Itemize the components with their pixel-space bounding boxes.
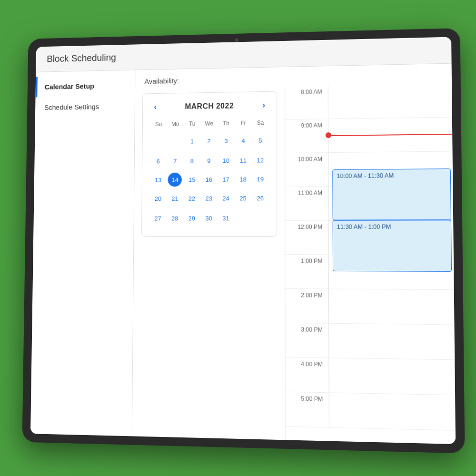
weekday-mo: Mo xyxy=(167,119,184,131)
calendar-day-4[interactable]: 4 xyxy=(236,133,250,148)
calendar-day-19[interactable]: 19 xyxy=(253,172,268,186)
calendar-day-11[interactable]: 11 xyxy=(236,153,250,168)
event-block-2[interactable]: 11:30 AM - 1:00 PM xyxy=(333,220,452,272)
calendar-day-13[interactable]: 13 xyxy=(151,173,165,187)
current-time-dot xyxy=(326,132,331,138)
time-row-9: 5:00 PM xyxy=(285,392,455,431)
calendar-day-28[interactable]: 28 xyxy=(168,211,182,226)
weekday-su: Su xyxy=(150,119,167,131)
time-row-8: 4:00 PM xyxy=(285,357,455,395)
sidebar-item-schedule-settings[interactable]: Schedule Settings xyxy=(35,96,135,118)
time-label-3: 11:00 AM xyxy=(285,187,328,220)
calendar-day-1[interactable]: 1 xyxy=(185,134,199,149)
time-label-2: 10:00 AM xyxy=(285,153,328,187)
calendar-day-12[interactable]: 12 xyxy=(253,153,268,167)
calendar-day-7[interactable]: 7 xyxy=(168,154,182,168)
time-content-9 xyxy=(329,393,456,430)
calendar-section: ‹ MARCH 2022 › Su Mo Tu xyxy=(132,86,285,440)
calendar-day-14[interactable]: 14 xyxy=(168,173,182,187)
sidebar-item-label: Calendar Setup xyxy=(45,82,94,90)
calendar-day-8[interactable]: 8 xyxy=(185,154,199,168)
schedule-wrapper[interactable]: 10:00 AM - 11:30 AM 11:30 AM - 1:00 PM 8… xyxy=(285,83,456,444)
main-content: Availability: ‹ MARCH 2022 › xyxy=(132,64,456,444)
time-label-4: 12:00 PM xyxy=(285,221,328,255)
time-row-0: 8:00 AM xyxy=(285,83,452,120)
calendar-day-16[interactable]: 16 xyxy=(202,172,216,187)
time-row-6: 2:00 PM xyxy=(285,289,454,325)
calendar-day-29[interactable]: 29 xyxy=(185,211,199,225)
calendar-widget: ‹ MARCH 2022 › Su Mo Tu xyxy=(141,91,277,237)
time-label-0: 8:00 AM xyxy=(285,86,328,119)
calendar-day-9[interactable]: 9 xyxy=(202,154,216,168)
time-row-7: 3:00 PM xyxy=(285,323,455,360)
prev-month-button[interactable]: ‹ xyxy=(150,101,161,113)
calendar-day-2[interactable]: 2 xyxy=(202,134,216,148)
calendar-day-24[interactable]: 24 xyxy=(219,191,233,205)
calendar-day-23[interactable]: 23 xyxy=(202,191,216,206)
time-content-0 xyxy=(328,83,452,119)
time-label-1: 9:00 AM xyxy=(285,119,328,153)
time-label-9: 5:00 PM xyxy=(285,392,329,427)
calendar-day-empty xyxy=(236,210,250,224)
calendar-day-15[interactable]: 15 xyxy=(185,172,199,187)
time-content-7 xyxy=(329,324,455,359)
calendar-day-22[interactable]: 22 xyxy=(185,191,199,206)
tablet-frame: Block Scheduling Calendar Setup Schedule… xyxy=(22,28,465,454)
calendar-header: ‹ MARCH 2022 › xyxy=(150,99,269,113)
calendar-day-26[interactable]: 26 xyxy=(253,191,268,205)
calendar-day-21[interactable]: 21 xyxy=(168,191,182,206)
event-block-1[interactable]: 10:00 AM - 11:30 AM xyxy=(332,169,451,220)
calendar-grid: Su Mo Tu We Th Fr Sa xyxy=(149,118,269,228)
tablet-screen: Block Scheduling Calendar Setup Schedule… xyxy=(30,37,456,445)
weekday-fr: Fr xyxy=(235,118,252,130)
app-body: Calendar Setup Schedule Settings Availab… xyxy=(30,64,456,444)
time-label-7: 3:00 PM xyxy=(285,323,329,358)
calendar-day-3[interactable]: 3 xyxy=(219,134,233,148)
app-title: Block Scheduling xyxy=(47,45,439,64)
calendar-day-30[interactable]: 30 xyxy=(202,211,216,225)
camera-dot xyxy=(235,38,238,42)
calendar-day-empty xyxy=(168,133,182,148)
weekday-tu: Tu xyxy=(184,119,201,131)
weekday-th: Th xyxy=(218,118,235,130)
time-content-8 xyxy=(329,358,455,395)
calendar-day-31[interactable]: 31 xyxy=(219,211,233,225)
weekday-sa: Sa xyxy=(252,118,269,130)
next-month-button[interactable]: › xyxy=(258,99,269,111)
time-content-6 xyxy=(329,289,455,324)
calendar-day-27[interactable]: 27 xyxy=(151,211,165,226)
event-label-2: 11:30 AM - 1:00 PM xyxy=(337,223,391,230)
calendar-day-17[interactable]: 17 xyxy=(219,172,233,187)
calendar-day-18[interactable]: 18 xyxy=(236,172,250,186)
sidebar-item-label: Schedule Settings xyxy=(44,103,99,111)
calendar-day-6[interactable]: 6 xyxy=(151,154,165,169)
content-area: ‹ MARCH 2022 › Su Mo Tu xyxy=(132,83,456,444)
sidebar-item-calendar-setup[interactable]: Calendar Setup xyxy=(36,75,135,97)
calendar-day-20[interactable]: 20 xyxy=(151,191,165,206)
event-label-1: 10:00 AM - 11:30 AM xyxy=(337,172,394,179)
time-label-5: 1:00 PM xyxy=(285,255,329,288)
calendar-day-5[interactable]: 5 xyxy=(253,133,268,148)
calendar-day-25[interactable]: 25 xyxy=(236,191,250,205)
time-label-6: 2:00 PM xyxy=(285,289,329,323)
calendar-day-empty xyxy=(253,210,268,224)
calendar-day-10[interactable]: 10 xyxy=(219,153,233,168)
time-label-8: 4:00 PM xyxy=(285,357,329,392)
weekday-we: We xyxy=(200,119,218,131)
month-title: MARCH 2022 xyxy=(185,101,234,110)
sidebar: Calendar Setup Schedule Settings xyxy=(30,70,135,436)
calendar-day-empty xyxy=(151,134,165,148)
